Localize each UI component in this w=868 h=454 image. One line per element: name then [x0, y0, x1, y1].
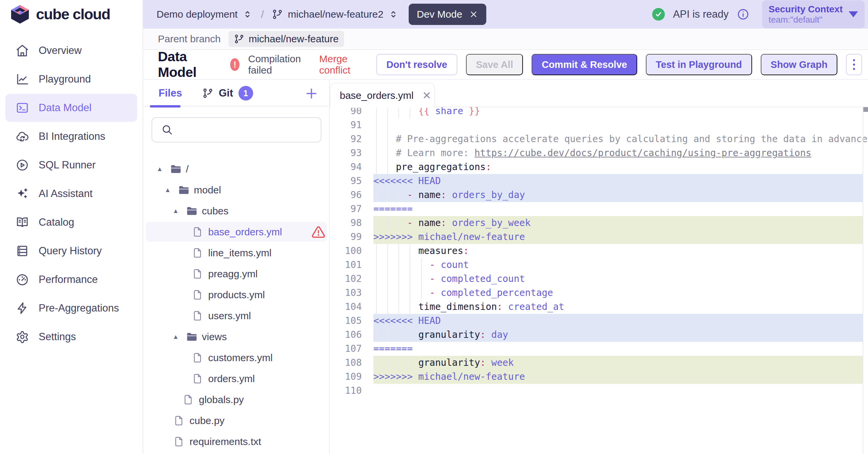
collapse-arrow-icon[interactable]: ▲: [173, 333, 179, 340]
tree-file-products-yml[interactable]: products.yml: [143, 284, 330, 305]
scrollbar-thumb[interactable]: [863, 107, 868, 112]
info-icon[interactable]: [737, 8, 749, 21]
sidebar-item-overview[interactable]: Overview: [5, 37, 137, 65]
tree-folder-views[interactable]: ▲views: [143, 326, 330, 347]
dont-resolve-button[interactable]: Don't resolve: [376, 54, 457, 75]
sidebar-item-label: BI Integrations: [39, 130, 105, 142]
sidebar-item-pre-aggregations[interactable]: Pre-Aggregations: [5, 294, 137, 322]
show-graph-button[interactable]: Show Graph: [761, 54, 838, 75]
code-line[interactable]: 104time_dimension: created_at: [330, 300, 863, 314]
indent-guide: [388, 118, 388, 132]
line-number: 110: [330, 384, 362, 398]
add-file-button[interactable]: [304, 86, 319, 101]
sidebar-item-query-history[interactable]: Query History: [5, 237, 137, 265]
tree-file-line-items-yml[interactable]: line_items.yml: [143, 242, 330, 263]
tree-file-preagg-yml[interactable]: preagg.yml: [143, 263, 330, 284]
collapse-arrow-icon[interactable]: ▲: [164, 186, 171, 194]
chevron-updown-icon: [388, 9, 399, 20]
files-panel: Files Git 1 ▲/▲model▲cubesbase_orders.ym…: [143, 80, 330, 454]
tab-files[interactable]: Files: [159, 87, 182, 99]
security-context-dropdown[interactable]: Security Context team:"default": [762, 0, 865, 29]
file-search-box[interactable]: [152, 117, 321, 142]
status-check-icon: [652, 8, 665, 21]
editor-tab[interactable]: base_orders.yml ✕: [330, 83, 435, 108]
code-line[interactable]: 106granularity: day: [330, 328, 863, 342]
sidebar-item-performance[interactable]: Performance: [5, 266, 137, 294]
tree-file-orders-yml[interactable]: orders.yml: [143, 368, 330, 389]
tree-file-globals-py[interactable]: globals.py: [143, 389, 330, 410]
code-line[interactable]: 96- name: orders_by_day: [330, 188, 863, 202]
tree-file-customers-yml[interactable]: customers.yml: [143, 347, 330, 368]
code-line[interactable]: 98- name: orders_by_week: [330, 216, 863, 230]
sidebar-item-sql-runner[interactable]: SQL Runner: [5, 151, 137, 179]
folder-icon: [186, 205, 198, 217]
code-line[interactable]: 92# Pre-aggregations accelerate queries …: [330, 132, 863, 146]
sidebar-item-bi-integrations[interactable]: BI Integrations: [5, 123, 137, 151]
code-line[interactable]: 108granularity: week: [330, 356, 863, 370]
file-tree: ▲/▲model▲cubesbase_orders.ymlline_items.…: [143, 158, 330, 452]
commit-resolve-button[interactable]: Commit & Resolve: [532, 54, 637, 75]
tree-file-requirements-txt[interactable]: requirements.txt: [143, 431, 330, 452]
code-line[interactable]: 107=======: [330, 342, 863, 356]
code-line[interactable]: 109>>>>>>> michael/new-feature: [330, 370, 863, 384]
close-icon[interactable]: ✕: [422, 90, 431, 101]
code-line[interactable]: 99>>>>>>> michael/new-feature: [330, 230, 863, 244]
code-line[interactable]: 101- count: [330, 258, 863, 272]
sidebar-item-label: Pre-Aggregations: [39, 302, 119, 314]
logo[interactable]: cube cloud: [0, 0, 143, 29]
sidebar-item-ai-assistant[interactable]: AI Assistant: [5, 180, 137, 208]
git-branch-icon: [272, 9, 283, 20]
test-in-playground-button[interactable]: Test in Playground: [646, 54, 752, 75]
deployment-selector[interactable]: Demo deployment: [157, 9, 253, 20]
code-line[interactable]: 91: [330, 118, 863, 132]
code-line[interactable]: 90{{ share }}: [330, 107, 863, 118]
chart-icon: [15, 72, 29, 86]
api-status-text: API is ready: [673, 8, 728, 20]
code-viewport[interactable]: 90{{ share }}9192# Pre-aggregations acce…: [330, 107, 868, 454]
sidebar-item-playground[interactable]: Playground: [5, 65, 137, 93]
code-line[interactable]: 105<<<<<<< HEAD: [330, 314, 863, 328]
code-text: - completed_percentage: [373, 286, 553, 300]
code-line[interactable]: 103- completed_percentage: [330, 286, 863, 300]
tree-file-users-yml[interactable]: users.yml: [143, 305, 330, 326]
chevron-updown-icon: [242, 9, 253, 20]
code-line[interactable]: 95<<<<<<< HEAD: [330, 174, 863, 188]
code-text: # Pre-aggregations accelerate queries by…: [373, 132, 867, 146]
code-text: <<<<<<< HEAD: [373, 174, 441, 188]
line-number: 100: [330, 244, 362, 258]
tree-file-base-orders-yml[interactable]: base_orders.yml: [143, 221, 330, 242]
close-icon[interactable]: [469, 10, 478, 19]
line-number: 93: [330, 146, 362, 160]
line-number: 92: [330, 132, 362, 146]
tab-git[interactable]: Git 1: [202, 86, 253, 100]
code-line[interactable]: 100measures:: [330, 244, 863, 258]
branch-name: michael/new-feature2: [288, 9, 383, 20]
code-line[interactable]: 102- completed_count: [330, 272, 863, 286]
branch-selector[interactable]: michael/new-feature2: [272, 9, 399, 20]
code-line[interactable]: 94pre_aggregations:: [330, 160, 863, 174]
tree-folder-[interactable]: ▲/: [143, 158, 330, 180]
tree-folder-model[interactable]: ▲model: [143, 180, 330, 200]
save-all-button[interactable]: Save All: [466, 54, 523, 75]
parent-branch-pill[interactable]: michael/new-feature: [228, 31, 344, 47]
dev-mode-badge[interactable]: Dev Mode: [409, 4, 486, 25]
more-options-button[interactable]: [846, 54, 862, 75]
code-line[interactable]: 110: [330, 384, 863, 398]
sidebar-item-data-model[interactable]: Data Model: [5, 94, 137, 122]
files-panel-tabs: Files Git 1: [143, 80, 329, 106]
file-icon: [192, 373, 204, 384]
search-input[interactable]: [179, 124, 313, 136]
sidebar-item-catalog[interactable]: Catalog: [5, 208, 137, 236]
tree-folder-cubes[interactable]: ▲cubes: [143, 200, 330, 221]
compilation-status: Compilation failed: [248, 53, 306, 76]
tree-file-cube-py[interactable]: cube.py: [143, 410, 330, 431]
code-text: - name: orders_by_day: [373, 188, 525, 202]
sidebar-item-settings[interactable]: Settings: [5, 323, 137, 351]
line-number: 97: [330, 202, 362, 216]
search-icon: [161, 124, 174, 136]
collapse-arrow-icon[interactable]: ▲: [157, 165, 163, 173]
line-number: 96: [330, 188, 362, 202]
code-line[interactable]: 93# Learn more: https://cube.dev/docs/pr…: [330, 146, 863, 160]
collapse-arrow-icon[interactable]: ▲: [173, 207, 179, 215]
code-line[interactable]: 97=======: [330, 202, 863, 216]
